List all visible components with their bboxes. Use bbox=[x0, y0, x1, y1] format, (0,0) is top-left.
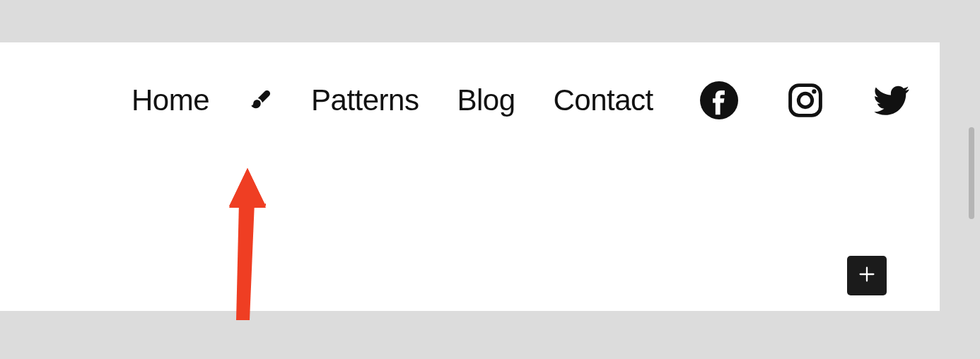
svg-rect-1 bbox=[790, 86, 820, 116]
facebook-icon[interactable] bbox=[700, 81, 738, 119]
nav-link-contact[interactable]: Contact bbox=[554, 83, 653, 117]
svg-marker-4 bbox=[229, 168, 266, 206]
svg-point-3 bbox=[812, 89, 816, 93]
arrow-annotation bbox=[226, 168, 276, 324]
editor-canvas: Home Patterns Blog Contact bbox=[0, 42, 940, 311]
twitter-icon[interactable] bbox=[873, 81, 911, 119]
add-block-button[interactable] bbox=[847, 256, 887, 295]
svg-marker-6 bbox=[229, 168, 266, 208]
brush-icon[interactable] bbox=[247, 86, 273, 114]
svg-marker-5 bbox=[229, 168, 266, 206]
nav-menu: Home Patterns Blog Contact bbox=[0, 42, 940, 119]
social-links bbox=[700, 81, 911, 119]
instagram-icon[interactable] bbox=[786, 81, 824, 119]
nav-link-patterns[interactable]: Patterns bbox=[311, 83, 419, 117]
svg-marker-7 bbox=[236, 202, 255, 320]
nav-link-blog[interactable]: Blog bbox=[457, 83, 515, 117]
nav-link-home[interactable]: Home bbox=[132, 83, 209, 117]
svg-point-2 bbox=[798, 93, 812, 107]
vertical-scrollbar[interactable] bbox=[969, 127, 974, 219]
plus-icon bbox=[857, 264, 877, 287]
